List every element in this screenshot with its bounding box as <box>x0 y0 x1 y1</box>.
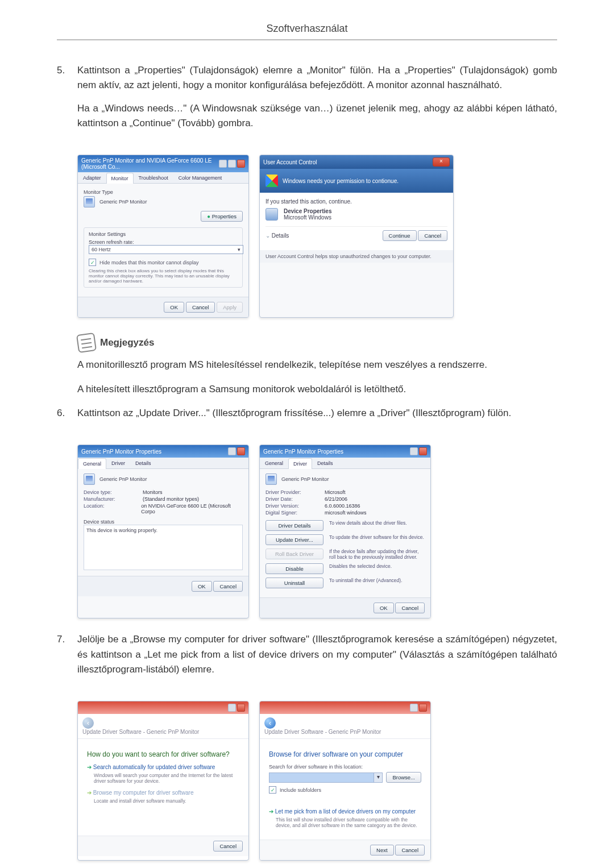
step-list: 5. Kattintson a „Properties" (Tulajdonsá… <box>57 63 557 139</box>
cancel-button[interactable]: Cancel <box>186 302 215 313</box>
step-7-p1: Jelölje be a „Browse my computer for dri… <box>77 632 557 677</box>
cancel-button[interactable]: Cancel <box>213 581 243 592</box>
note-heading: Megjegyzés <box>77 334 557 352</box>
cancel-button[interactable]: Cancel <box>395 603 425 613</box>
cancel-button[interactable]: Cancel <box>213 841 243 852</box>
details-link[interactable]: Details <box>272 232 289 239</box>
close-icon[interactable]: × <box>433 157 450 167</box>
device-name: Generic PnP Monitor <box>99 476 147 482</box>
disable-desc: Disables the selected device. <box>329 563 425 569</box>
driver-date-value: 6/21/2006 <box>325 496 347 502</box>
continue-button[interactable]: Continue <box>383 230 417 241</box>
back-icon[interactable]: ‹ <box>264 717 276 729</box>
tab-details[interactable]: Details <box>130 458 156 468</box>
minimize-icon[interactable] <box>410 704 418 712</box>
next-button[interactable]: Next <box>370 845 394 855</box>
location-combobox[interactable]: ▾ <box>269 773 383 783</box>
update-driver-button[interactable]: Update Driver... <box>265 534 323 545</box>
driver-date-label: Driver Date: <box>265 496 317 502</box>
device-name: Generic PnP Monitor <box>281 476 329 482</box>
close-icon[interactable] <box>237 704 245 712</box>
close-icon[interactable] <box>419 447 427 455</box>
tab-monitor[interactable]: Monitor <box>106 173 134 184</box>
tab-general[interactable]: General <box>260 458 288 468</box>
monitor-settings-label: Monitor Settings <box>89 231 238 237</box>
properties-button[interactable]: ● Properties <box>201 211 243 222</box>
back-icon[interactable]: ‹ <box>82 717 94 729</box>
arrow-icon: ➔ <box>269 808 273 815</box>
minimize-icon[interactable] <box>228 704 236 712</box>
close-icon[interactable] <box>237 160 245 168</box>
step-5-p1: Kattintson a „Properties" (Tulajdonságok… <box>77 63 557 93</box>
option-search-auto[interactable]: Search automatically for updated driver … <box>93 764 215 770</box>
window-title: Generic PnP Monitor and NVIDIA GeForce 6… <box>81 157 219 170</box>
uac-body: If you started this action, continue. De… <box>260 193 453 250</box>
disable-button[interactable]: Disable <box>265 563 323 574</box>
arrow-icon: ➔ <box>87 790 92 796</box>
driver-version-value: 6.0.6000.16386 <box>325 503 360 509</box>
publisher: Microsoft Windows <box>284 214 332 221</box>
apply-button[interactable]: Apply <box>217 302 243 313</box>
monitor-icon <box>84 196 95 207</box>
search-location-label: Search for driver software in this locat… <box>269 764 421 770</box>
tab-driver[interactable]: Driver <box>106 458 130 468</box>
tab-troubleshoot[interactable]: Troubleshoot <box>134 172 173 183</box>
step-body: Kattintson a „Properties" (Tulajdonságok… <box>77 63 557 139</box>
digital-signer-label: Digital Signer: <box>265 510 317 516</box>
hide-modes-desc: Clearing this check box allows you to se… <box>89 268 238 284</box>
close-icon[interactable] <box>237 447 245 455</box>
window-title: Generic PnP Monitor Properties <box>81 448 161 455</box>
location-value: on NVIDIA GeForce 6600 LE (Microsoft Cor… <box>141 503 243 514</box>
ok-button[interactable]: OK <box>192 581 212 592</box>
device-type-value: Monitors <box>143 489 163 495</box>
uac-footer: User Account Control helps stop unauthor… <box>260 250 453 263</box>
cancel-button[interactable]: Cancel <box>418 230 447 241</box>
step-7: 7. Jelölje be a „Browse my computer for … <box>57 632 557 685</box>
location-label: Location: <box>84 503 133 514</box>
hide-modes-checkbox[interactable]: ✓ <box>89 259 96 266</box>
properties-button-label: Properties <box>212 213 237 219</box>
document-page: Szoftverhasználat 5. Kattintson a „Prope… <box>0 0 614 868</box>
rollback-driver-button[interactable]: Roll Back Driver <box>265 549 323 559</box>
device-type-label: Device type: <box>84 489 135 495</box>
tab-general[interactable]: General <box>78 458 106 469</box>
ok-button[interactable]: OK <box>164 302 184 313</box>
refresh-rate-select[interactable]: 60 Hertz ▾ <box>89 245 243 254</box>
dialog-device-general: Generic PnP Monitor Properties General D… <box>77 445 249 618</box>
option-let-me-pick[interactable]: Let me pick from a list of device driver… <box>275 808 416 815</box>
digital-signer-value: microsoft windows <box>325 510 367 516</box>
tab-color-management[interactable]: Color Management <box>173 172 227 183</box>
uninstall-desc: To uninstall the driver (Advanced). <box>329 578 425 583</box>
refresh-rate-label: Screen refresh rate: <box>89 239 238 245</box>
close-icon[interactable] <box>419 704 427 712</box>
minimize-icon[interactable] <box>219 160 227 168</box>
option-browse-computer-desc: Locate and install driver software manua… <box>94 798 239 804</box>
help-icon[interactable] <box>228 447 236 455</box>
monitor-name: Generic PnP Monitor <box>99 199 147 205</box>
include-subfolders-checkbox[interactable]: ✓ <box>269 786 276 794</box>
manufacturer-label: Manufacturer: <box>84 496 135 502</box>
dialog-uac: User Account Control × Windows needs you… <box>259 155 454 318</box>
cancel-button[interactable]: Cancel <box>395 845 425 855</box>
step-number: 7. <box>57 632 77 685</box>
help-icon[interactable] <box>410 447 418 455</box>
browse-button[interactable]: Browse... <box>386 772 421 783</box>
tab-details[interactable]: Details <box>312 458 338 468</box>
chevron-down-icon: ▾ <box>374 773 382 782</box>
uac-headline: Windows needs your permission to contion… <box>283 178 399 184</box>
note-title: Megjegyzés <box>100 337 154 348</box>
tab-bar: Adapter Monitor Troubleshoot Color Manag… <box>78 172 248 184</box>
uninstall-button[interactable]: Uninstall <box>265 578 323 588</box>
ok-button[interactable]: OK <box>374 603 394 613</box>
manufacturer-value: (Standard monitor types) <box>143 496 199 502</box>
dialog-update-wizard-2: ‹ Update Driver Software - Generic PnP M… <box>259 701 431 861</box>
maximize-icon[interactable] <box>228 160 236 168</box>
monitor-icon <box>84 474 95 485</box>
shield-icon <box>265 175 278 187</box>
option-let-me-pick-desc: This list will show installed driver sof… <box>276 817 421 828</box>
tab-adapter[interactable]: Adapter <box>78 172 106 183</box>
tab-driver[interactable]: Driver <box>288 458 312 469</box>
driver-provider-value: Microsoft <box>325 489 346 495</box>
driver-details-button[interactable]: Driver Details <box>265 520 323 531</box>
option-browse-computer[interactable]: Browse my computer for driver software <box>93 790 194 796</box>
